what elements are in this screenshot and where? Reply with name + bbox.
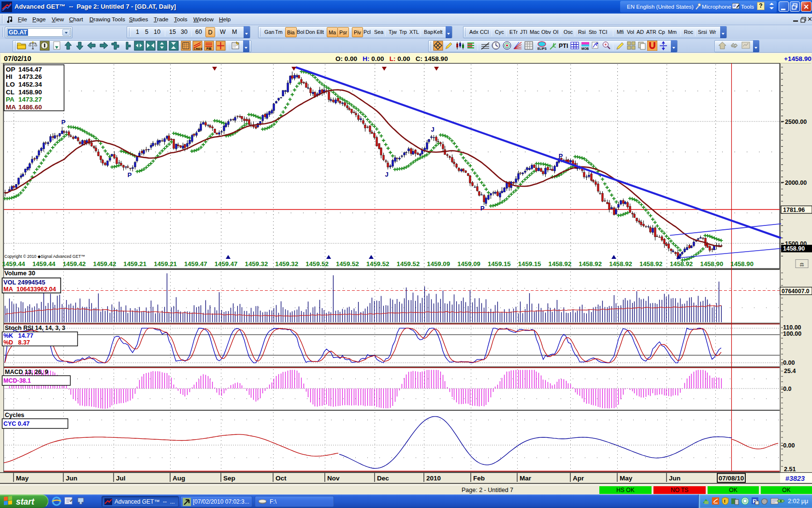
svg-text:P: P xyxy=(128,171,132,179)
svg-text:MA: MA xyxy=(6,104,16,111)
svg-text:PA: PA xyxy=(6,96,14,103)
svg-text:1459.42: 1459.42 xyxy=(93,260,116,268)
svg-text:+1458.90: +1458.90 xyxy=(784,55,812,62)
svg-text:2.51: 2.51 xyxy=(784,466,796,473)
svg-text:07/02/10: 07/02/10 xyxy=(4,55,31,62)
svg-text:1454.47: 1454.47 xyxy=(18,66,42,73)
svg-text:Stoch RSI 14, 14, 3, 3: Stoch RSI 14, 14, 3, 3 xyxy=(5,325,65,331)
svg-text:25.4: 25.4 xyxy=(784,368,796,374)
svg-text:1459.09: 1459.09 xyxy=(427,260,450,268)
svg-text:-0.00: -0.00 xyxy=(781,359,795,366)
svg-text:%D 8.37: %D 8.37 xyxy=(3,339,30,346)
svg-text:HI: HI xyxy=(6,73,13,80)
svg-text:1459.15: 1459.15 xyxy=(518,260,541,268)
svg-text:start: start xyxy=(16,497,35,507)
svg-text:P: P xyxy=(480,205,485,212)
svg-text:May: May xyxy=(620,475,633,482)
svg-text:1459.42: 1459.42 xyxy=(63,260,86,268)
svg-text:Jun: Jun xyxy=(66,475,77,482)
svg-text:2000.00: 2000.00 xyxy=(785,179,807,186)
svg-text:1459.44: 1459.44 xyxy=(32,260,56,268)
svg-text:ELIPS: ELIPS xyxy=(537,47,547,50)
svg-text:MACD 13, 26, 9: MACD 13, 26, 9 xyxy=(5,369,48,375)
svg-text:#3823: #3823 xyxy=(785,475,805,482)
svg-text:Apr: Apr xyxy=(573,475,584,482)
svg-text:0764007.0: 0764007.0 xyxy=(782,288,810,295)
svg-text:VOL 24994545: VOL 24994545 xyxy=(3,279,45,286)
svg-text:1459.09: 1459.09 xyxy=(457,260,480,268)
svg-text:1458.90: 1458.90 xyxy=(783,245,805,252)
svg-text:O: 0.00 H: 0.00 L: 0.00: O: 0.00 H: 0.00 L: 0.00 C: 1458.90 xyxy=(335,55,448,62)
svg-text:Dec: Dec xyxy=(377,475,389,482)
svg-text:%K 14.77: %K 14.77 xyxy=(3,332,33,339)
svg-text:P: P xyxy=(61,119,66,126)
svg-text:Mar: Mar xyxy=(520,475,532,482)
svg-text:Copyright © 2010 ◆Signal Advan: Copyright © 2010 ◆Signal Advanced GET™ xyxy=(4,254,85,259)
svg-text:-0.0: -0.0 xyxy=(781,386,792,392)
svg-text:1458.92: 1458.92 xyxy=(579,260,602,268)
svg-text:1473.26: 1473.26 xyxy=(18,73,42,80)
svg-text:2500.00: 2500.00 xyxy=(785,119,807,125)
svg-text:Cycles: Cycles xyxy=(5,412,24,418)
svg-text:1459.52: 1459.52 xyxy=(366,260,390,268)
svg-text:1486.60: 1486.60 xyxy=(18,104,42,111)
svg-text:Aug: Aug xyxy=(173,475,185,482)
svg-text:1459.15: 1459.15 xyxy=(488,260,511,268)
svg-text:1459.47: 1459.47 xyxy=(184,260,207,268)
svg-text:Volume 30: Volume 30 xyxy=(4,269,35,277)
svg-text:J: J xyxy=(385,171,388,178)
svg-text:-0.00: -0.00 xyxy=(781,442,795,449)
svg-text:J: J xyxy=(431,126,434,133)
svg-text:Nov: Nov xyxy=(327,475,340,482)
svg-text:LO: LO xyxy=(6,81,15,88)
svg-text:1458.90: 1458.90 xyxy=(730,260,754,268)
svg-text:Oct: Oct xyxy=(276,475,287,482)
svg-text:Jun: Jun xyxy=(669,475,681,482)
svg-text:MOB: MOB xyxy=(581,47,589,50)
svg-text:!: ! xyxy=(724,498,725,504)
svg-text:1459.21: 1459.21 xyxy=(154,260,177,268)
svg-text:1459.32: 1459.32 xyxy=(245,260,268,268)
svg-text:100.00: 100.00 xyxy=(783,330,801,337)
svg-text:07/08/10: 07/08/10 xyxy=(719,475,744,482)
svg-text:May: May xyxy=(16,475,29,482)
svg-text:1458.90: 1458.90 xyxy=(18,89,42,96)
svg-text:1781.96: 1781.96 xyxy=(783,207,805,213)
svg-text:1459.52: 1459.52 xyxy=(397,260,420,268)
svg-text:1458.92: 1458.92 xyxy=(639,260,663,268)
svg-text:1458.90: 1458.90 xyxy=(700,260,724,268)
svg-text:MCD-38.1: MCD-38.1 xyxy=(3,377,31,384)
svg-text:CL: CL xyxy=(6,89,14,96)
svg-text:1458.92: 1458.92 xyxy=(609,260,632,268)
svg-text:1459.44: 1459.44 xyxy=(2,260,25,268)
svg-text:1452.34: 1452.34 xyxy=(18,81,42,88)
svg-text:Jul: Jul xyxy=(116,475,126,482)
svg-text:OP: OP xyxy=(6,66,15,73)
svg-text:2010: 2010 xyxy=(426,475,441,482)
svg-text:1459.32: 1459.32 xyxy=(275,260,298,268)
svg-text:1459.52: 1459.52 xyxy=(305,260,329,268)
svg-text:1459.47: 1459.47 xyxy=(215,260,238,268)
svg-text:1473.27: 1473.27 xyxy=(18,96,42,103)
svg-text:CYC 0.47: CYC 0.47 xyxy=(3,420,29,427)
svg-text:1459.21: 1459.21 xyxy=(123,260,146,268)
svg-text:1459.52: 1459.52 xyxy=(336,260,359,268)
svg-text:P: P xyxy=(559,152,563,160)
svg-text:LINES: LINES xyxy=(194,47,203,50)
svg-text:⚖: ⚖ xyxy=(800,262,804,267)
svg-text:MA 106433962.04: MA 106433962.04 xyxy=(3,285,57,293)
svg-text:Sep: Sep xyxy=(223,475,235,482)
svg-text:PTI: PTI xyxy=(559,43,568,49)
svg-text:FIB: FIB xyxy=(206,47,212,50)
svg-text:1458.92: 1458.92 xyxy=(670,260,693,268)
svg-text:1458.92: 1458.92 xyxy=(549,260,572,268)
svg-text:Feb: Feb xyxy=(473,475,485,482)
